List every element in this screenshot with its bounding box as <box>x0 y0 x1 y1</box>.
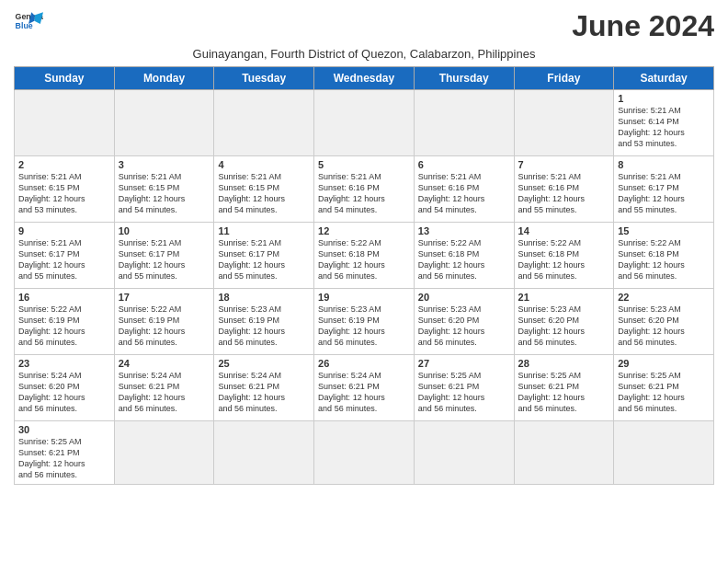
day-info: Sunrise: 5:21 AM Sunset: 6:16 PM Dayligh… <box>418 171 510 216</box>
calendar-day-cell: 4Sunrise: 5:21 AM Sunset: 6:15 PM Daylig… <box>214 156 314 223</box>
calendar-day-cell: 26Sunrise: 5:24 AM Sunset: 6:21 PM Dayli… <box>314 355 415 421</box>
calendar-day-cell: 23Sunrise: 5:24 AM Sunset: 6:20 PM Dayli… <box>15 355 115 421</box>
calendar-day-cell: 27Sunrise: 5:25 AM Sunset: 6:21 PM Dayli… <box>414 355 514 421</box>
day-number: 21 <box>518 292 610 303</box>
weekday-header-sunday: Sunday <box>15 67 115 90</box>
calendar-day-cell: 6Sunrise: 5:21 AM Sunset: 6:16 PM Daylig… <box>414 156 514 223</box>
day-number: 14 <box>518 225 610 236</box>
calendar-day-cell: 16Sunrise: 5:22 AM Sunset: 6:19 PM Dayli… <box>15 289 115 355</box>
day-number: 16 <box>18 292 110 303</box>
day-info: Sunrise: 5:24 AM Sunset: 6:21 PM Dayligh… <box>218 370 310 415</box>
day-info: Sunrise: 5:21 AM Sunset: 6:15 PM Dayligh… <box>119 171 210 216</box>
calendar-day-cell: 13Sunrise: 5:22 AM Sunset: 6:18 PM Dayli… <box>414 223 514 289</box>
calendar-day-cell <box>414 421 514 485</box>
day-info: Sunrise: 5:25 AM Sunset: 6:21 PM Dayligh… <box>518 370 610 415</box>
month-title: June 2024 <box>572 9 714 43</box>
page-header: General Blue June 2024 <box>14 9 714 43</box>
calendar-day-cell: 10Sunrise: 5:21 AM Sunset: 6:17 PM Dayli… <box>114 223 214 289</box>
weekday-header-saturday: Saturday <box>614 67 714 90</box>
calendar-day-cell: 3Sunrise: 5:21 AM Sunset: 6:15 PM Daylig… <box>114 156 214 223</box>
logo-icon: General Blue <box>14 9 43 35</box>
day-number: 12 <box>318 225 410 236</box>
day-info: Sunrise: 5:23 AM Sunset: 6:20 PM Dayligh… <box>418 304 510 349</box>
calendar-day-cell <box>614 421 714 485</box>
day-number: 20 <box>418 292 510 303</box>
day-number: 8 <box>618 159 710 170</box>
day-info: Sunrise: 5:21 AM Sunset: 6:17 PM Dayligh… <box>119 237 210 282</box>
weekday-header-tuesday: Tuesday <box>214 67 314 90</box>
weekday-header-wednesday: Wednesday <box>314 67 415 90</box>
day-info: Sunrise: 5:21 AM Sunset: 6:16 PM Dayligh… <box>518 171 610 216</box>
calendar-day-cell: 28Sunrise: 5:25 AM Sunset: 6:21 PM Dayli… <box>514 355 614 421</box>
calendar-day-cell: 8Sunrise: 5:21 AM Sunset: 6:17 PM Daylig… <box>614 156 714 223</box>
weekday-header-row: SundayMondayTuesdayWednesdayThursdayFrid… <box>15 67 714 90</box>
day-number: 15 <box>618 225 710 236</box>
day-number: 18 <box>218 292 310 303</box>
day-info: Sunrise: 5:25 AM Sunset: 6:21 PM Dayligh… <box>418 370 510 415</box>
day-info: Sunrise: 5:21 AM Sunset: 6:14 PM Dayligh… <box>618 105 710 150</box>
calendar-subtitle: Guinayangan, Fourth District of Quezon, … <box>14 47 714 61</box>
calendar-week-row: 30Sunrise: 5:25 AM Sunset: 6:21 PM Dayli… <box>15 421 714 485</box>
day-info: Sunrise: 5:21 AM Sunset: 6:15 PM Dayligh… <box>18 171 110 216</box>
calendar-day-cell: 2Sunrise: 5:21 AM Sunset: 6:15 PM Daylig… <box>15 156 115 223</box>
day-number: 23 <box>18 358 110 369</box>
day-info: Sunrise: 5:22 AM Sunset: 6:19 PM Dayligh… <box>18 304 110 349</box>
day-info: Sunrise: 5:24 AM Sunset: 6:21 PM Dayligh… <box>318 370 410 415</box>
calendar-day-cell <box>414 90 514 156</box>
day-info: Sunrise: 5:22 AM Sunset: 6:18 PM Dayligh… <box>518 237 610 282</box>
calendar-day-cell <box>214 90 314 156</box>
day-number: 22 <box>618 292 710 303</box>
calendar-day-cell <box>15 90 115 156</box>
day-number: 24 <box>119 358 210 369</box>
day-info: Sunrise: 5:23 AM Sunset: 6:19 PM Dayligh… <box>218 304 310 349</box>
calendar-week-row: 16Sunrise: 5:22 AM Sunset: 6:19 PM Dayli… <box>15 289 714 355</box>
day-number: 9 <box>18 225 110 236</box>
day-number: 26 <box>318 358 410 369</box>
day-info: Sunrise: 5:22 AM Sunset: 6:18 PM Dayligh… <box>318 237 410 282</box>
day-number: 5 <box>318 159 410 170</box>
calendar-week-row: 2Sunrise: 5:21 AM Sunset: 6:15 PM Daylig… <box>15 156 714 223</box>
day-info: Sunrise: 5:23 AM Sunset: 6:20 PM Dayligh… <box>518 304 610 349</box>
day-number: 17 <box>119 292 210 303</box>
calendar-day-cell: 14Sunrise: 5:22 AM Sunset: 6:18 PM Dayli… <box>514 223 614 289</box>
logo: General Blue <box>14 9 43 35</box>
day-info: Sunrise: 5:23 AM Sunset: 6:20 PM Dayligh… <box>618 304 710 349</box>
calendar-day-cell: 12Sunrise: 5:22 AM Sunset: 6:18 PM Dayli… <box>314 223 415 289</box>
day-info: Sunrise: 5:22 AM Sunset: 6:19 PM Dayligh… <box>119 304 210 349</box>
calendar-day-cell: 29Sunrise: 5:25 AM Sunset: 6:21 PM Dayli… <box>614 355 714 421</box>
calendar-day-cell: 30Sunrise: 5:25 AM Sunset: 6:21 PM Dayli… <box>15 421 115 485</box>
calendar-day-cell: 18Sunrise: 5:23 AM Sunset: 6:19 PM Dayli… <box>214 289 314 355</box>
calendar-day-cell <box>314 90 415 156</box>
calendar-day-cell: 5Sunrise: 5:21 AM Sunset: 6:16 PM Daylig… <box>314 156 415 223</box>
day-number: 3 <box>119 159 210 170</box>
day-number: 1 <box>618 93 710 104</box>
day-info: Sunrise: 5:21 AM Sunset: 6:17 PM Dayligh… <box>618 171 710 216</box>
day-number: 27 <box>418 358 510 369</box>
day-info: Sunrise: 5:21 AM Sunset: 6:16 PM Dayligh… <box>318 171 410 216</box>
calendar-day-cell <box>114 90 214 156</box>
calendar-day-cell <box>514 90 614 156</box>
calendar-day-cell: 24Sunrise: 5:24 AM Sunset: 6:21 PM Dayli… <box>114 355 214 421</box>
day-info: Sunrise: 5:21 AM Sunset: 6:17 PM Dayligh… <box>18 237 110 282</box>
day-info: Sunrise: 5:25 AM Sunset: 6:21 PM Dayligh… <box>18 436 110 481</box>
weekday-header-monday: Monday <box>114 67 214 90</box>
day-info: Sunrise: 5:24 AM Sunset: 6:21 PM Dayligh… <box>119 370 210 415</box>
calendar-day-cell <box>114 421 214 485</box>
day-number: 19 <box>318 292 410 303</box>
weekday-header-friday: Friday <box>514 67 614 90</box>
day-info: Sunrise: 5:23 AM Sunset: 6:19 PM Dayligh… <box>318 304 410 349</box>
calendar-day-cell: 15Sunrise: 5:22 AM Sunset: 6:18 PM Dayli… <box>614 223 714 289</box>
day-number: 7 <box>518 159 610 170</box>
day-info: Sunrise: 5:22 AM Sunset: 6:18 PM Dayligh… <box>618 237 710 282</box>
calendar-day-cell: 17Sunrise: 5:22 AM Sunset: 6:19 PM Dayli… <box>114 289 214 355</box>
calendar-day-cell: 22Sunrise: 5:23 AM Sunset: 6:20 PM Dayli… <box>614 289 714 355</box>
calendar-day-cell <box>514 421 614 485</box>
day-info: Sunrise: 5:21 AM Sunset: 6:15 PM Dayligh… <box>218 171 310 216</box>
calendar-table: SundayMondayTuesdayWednesdayThursdayFrid… <box>14 66 714 485</box>
calendar-week-row: 9Sunrise: 5:21 AM Sunset: 6:17 PM Daylig… <box>15 223 714 289</box>
weekday-header-thursday: Thursday <box>414 67 514 90</box>
calendar-day-cell: 25Sunrise: 5:24 AM Sunset: 6:21 PM Dayli… <box>214 355 314 421</box>
day-number: 30 <box>18 424 110 435</box>
calendar-day-cell: 21Sunrise: 5:23 AM Sunset: 6:20 PM Dayli… <box>514 289 614 355</box>
day-number: 6 <box>418 159 510 170</box>
